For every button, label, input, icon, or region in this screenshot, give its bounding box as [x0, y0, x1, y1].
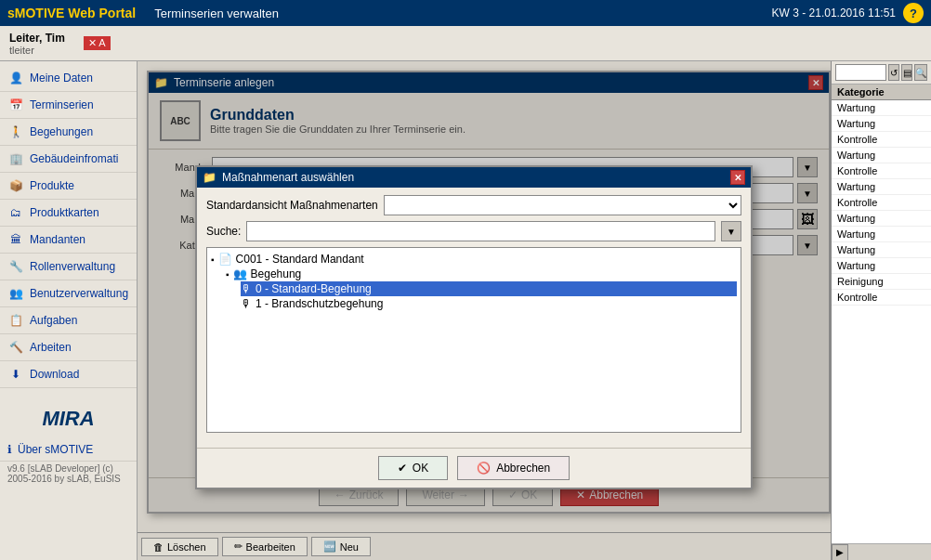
tree-begehung-expand-icon[interactable]: ▪	[226, 269, 229, 280]
tree-brandschutz-icon: 🎙	[241, 297, 252, 310]
new-icon: 🆕	[323, 540, 336, 553]
sidebar-logo: MIRA	[0, 388, 137, 438]
sidebar-item-begehungen[interactable]: 🚶 Begehungen	[0, 119, 137, 146]
user-sub: tleiter	[9, 45, 65, 56]
sidebar-label-meine-daten: Meine Daten	[30, 72, 93, 85]
rp-row-8[interactable]: Wartung	[832, 227, 931, 242]
sidebar-label-download: Download	[30, 368, 79, 381]
rp-search-button[interactable]: 🔍	[914, 64, 927, 81]
rp-row-0[interactable]: Wartung	[832, 100, 931, 116]
std-ansicht-label: Standardansicht Maßnahmenarten	[206, 199, 378, 212]
sidebar-item-download[interactable]: ⬇ Download	[0, 361, 137, 388]
sidebar-item-terminserien[interactable]: 📅 Terminserien	[0, 92, 137, 119]
rp-row-10[interactable]: Wartung	[832, 258, 931, 274]
tree-root-icon: 📄	[218, 253, 232, 266]
user-cancel-area: ✕ A	[84, 36, 111, 50]
about-icon: ℹ	[7, 443, 12, 456]
tree-brandschutz-label: 1 - Brandschutzbegehung	[256, 297, 383, 310]
sidebar-item-produkte[interactable]: 📦 Produkte	[0, 173, 137, 200]
tree-standard-begehung-label: 0 - Standard-Begehung	[256, 282, 372, 295]
download-icon: ⬇	[7, 366, 24, 383]
cancel-x-button[interactable]: ✕ A	[84, 36, 111, 50]
rp-row-9[interactable]: Wartung	[832, 242, 931, 258]
sidebar-label-aufgaben: Aufgaben	[30, 314, 77, 327]
rp-row-3[interactable]: Wartung	[832, 148, 931, 163]
rp-top-controls: ↺ ▤ 🔍	[832, 61, 931, 85]
rp-table: Kategorie Wartung Wartung Kontrolle Wart…	[832, 85, 931, 543]
main-layout: 👤 Meine Daten 📅 Terminserien 🚶 Begehunge…	[0, 61, 931, 560]
tree-root-item[interactable]: ▪ 📄 C001 - Standard Mandant	[211, 252, 737, 267]
sidebar-item-arbeiten[interactable]: 🔨 Arbeiten	[0, 334, 137, 361]
tree-standard-begehung-item[interactable]: 🎙 0 - Standard-Begehung	[241, 281, 737, 296]
sidebar-label-terminserien: Terminserien	[30, 98, 94, 111]
rp-filter-button[interactable]: ▤	[901, 64, 912, 81]
sidebar-item-gebaeude[interactable]: 🏢 Gebäudeinfromati	[0, 146, 137, 173]
tree-begehung-icon: 👥	[233, 267, 247, 280]
tree-collapse-icon[interactable]: ▪	[211, 254, 215, 265]
rp-table-header: Kategorie	[832, 85, 931, 100]
rp-row-1[interactable]: Wartung	[832, 116, 931, 132]
std-ansicht-row: Standardansicht Maßnahmenarten	[206, 195, 741, 215]
suche-dropdown-button[interactable]: ▼	[721, 221, 741, 241]
sidebar-label-rollenverwaltung: Rollenverwaltung	[30, 260, 115, 273]
rp-search-input[interactable]	[835, 64, 886, 81]
building-icon: 🏢	[7, 150, 24, 167]
tree-root-label: C001 - Standard Mandant	[236, 253, 364, 266]
tree-brandschutz-item[interactable]: 🎙 1 - Brandschutzbegehung	[241, 296, 737, 311]
sidebar-item-aufgaben[interactable]: 📋 Aufgaben	[0, 307, 137, 334]
sidebar-item-meine-daten[interactable]: 👤 Meine Daten	[0, 65, 137, 92]
sidebar-version: v9.6 [sLAB Developer] (c) 2005-2016 by s…	[0, 462, 137, 486]
suche-input[interactable]	[246, 221, 715, 241]
rp-row-11[interactable]: Reinigung	[832, 274, 931, 290]
rp-arrow-right-button[interactable]: ▶	[832, 544, 848, 561]
suche-label: Suche:	[206, 225, 241, 238]
user-info: Leiter, Tim tleiter	[9, 32, 65, 56]
inner-modal-overlay: 📁 Maßnahmenart auswählen ✕ Standardansic…	[149, 72, 829, 512]
sidebar-about[interactable]: ℹ Über sMOTIVE	[0, 438, 137, 462]
delete-icon: 🗑	[153, 541, 164, 553]
edit-icon: ✏	[234, 540, 243, 553]
rp-row-7[interactable]: Wartung	[832, 211, 931, 227]
sidebar-item-produktkarten[interactable]: 🗂 Produktkarten	[0, 200, 137, 227]
rp-row-5[interactable]: Wartung	[832, 179, 931, 195]
cancel-circle-icon: 🚫	[477, 462, 491, 475]
ok-check-icon2: ✔	[398, 462, 407, 475]
inner-modal-cancel-button[interactable]: 🚫 Abbrechen	[457, 456, 570, 480]
bottom-toolbar: 🗑 Löschen ✏ Bearbeiten 🆕 Neu	[138, 532, 831, 560]
rp-row-4[interactable]: Kontrolle	[832, 163, 931, 179]
help-button[interactable]: ?	[903, 3, 924, 23]
box-icon: 📦	[7, 177, 24, 194]
new-button[interactable]: 🆕 Neu	[311, 537, 371, 556]
delete-button[interactable]: 🗑 Löschen	[141, 538, 218, 556]
sidebar-label-arbeiten: Arbeiten	[30, 341, 72, 354]
rp-row-2[interactable]: Kontrolle	[832, 132, 931, 148]
sidebar-item-benutzerverwaltung[interactable]: 👥 Benutzerverwaltung	[0, 280, 137, 307]
sidebar-item-mandanten[interactable]: 🏛 Mandanten	[0, 227, 137, 254]
top-bar: sMOTIVE Web Portal Terminserien verwalte…	[0, 0, 931, 26]
inner-modal-ok-button[interactable]: ✔ OK	[378, 456, 448, 480]
sidebar-item-rollenverwaltung[interactable]: 🔧 Rollenverwaltung	[0, 254, 137, 280]
inner-modal-cancel-label: Abbrechen	[496, 462, 550, 475]
inner-modal-buttons: ✔ OK 🚫 Abbrechen	[197, 448, 751, 488]
rp-row-12[interactable]: Kontrolle	[832, 290, 931, 306]
content-area: 📁 Terminserie anlegen ✕ ABC Grunddaten B…	[138, 61, 831, 560]
inner-modal-body: Standardansicht Maßnahmenarten Suche: ▼	[197, 188, 751, 448]
sidebar-label-produkte: Produkte	[30, 179, 74, 192]
page-title: Terminserien verwalten	[154, 7, 279, 20]
sidebar-label-gebaeude: Gebäudeinfromati	[30, 152, 118, 165]
version-text: v9.6 [sLAB Developer] (c) 2005-2016 by s…	[7, 463, 121, 484]
tree-area: ▪ 📄 C001 - Standard Mandant ▪ 👥 Begehung	[206, 247, 741, 433]
rp-row-6[interactable]: Kontrolle	[832, 195, 931, 211]
rp-refresh-button[interactable]: ↺	[888, 64, 899, 81]
rp-bottom: ▶	[832, 543, 931, 560]
user-icon: 👤	[7, 70, 24, 86]
inner-modal-close-button[interactable]: ✕	[730, 170, 745, 185]
tree-begehung-item[interactable]: ▪ 👥 Begehung	[226, 267, 737, 281]
inner-modal-folder-icon: 📁	[203, 171, 216, 184]
tree-begehung-label: Begehung	[251, 267, 302, 280]
edit-button-label: Bearbeiten	[246, 541, 295, 553]
std-ansicht-select[interactable]	[384, 195, 741, 215]
edit-button[interactable]: ✏ Bearbeiten	[222, 537, 308, 556]
app-title: sMOTIVE Web Portal	[7, 6, 136, 20]
mandate-icon: 🏛	[7, 231, 24, 248]
